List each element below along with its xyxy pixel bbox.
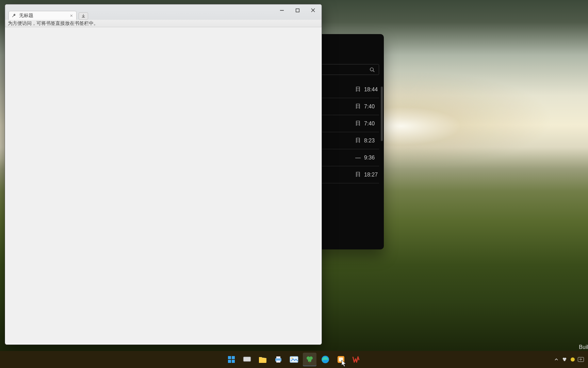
taskview-button[interactable]	[240, 353, 254, 366]
clover-icon	[305, 355, 314, 364]
close-button[interactable]	[305, 5, 321, 15]
list-sep: 日	[355, 120, 361, 127]
taskbar-printer[interactable]	[272, 353, 285, 366]
list-sep: 日	[355, 103, 361, 110]
window-controls	[274, 5, 321, 15]
svg-text:中: 中	[579, 358, 582, 361]
svg-rect-7	[232, 356, 235, 359]
maximize-button[interactable]	[290, 5, 305, 15]
build-watermark: Buil	[579, 344, 588, 350]
list-time: 7:40	[364, 104, 379, 110]
download-icon	[81, 14, 85, 18]
list-sep: 日	[355, 171, 361, 178]
svg-point-26	[564, 359, 566, 361]
svg-point-16	[291, 357, 293, 359]
tab-title: 无标题	[19, 13, 33, 19]
taskbar-wps[interactable]	[350, 353, 363, 366]
svg-line-1	[373, 71, 374, 72]
search-icon	[370, 67, 375, 72]
bookmarks-bar[interactable]: 为方便访问，可将书签直接放在书签栏中。	[5, 20, 322, 27]
wrench-icon	[12, 13, 16, 18]
taskbar-photos[interactable]	[287, 353, 301, 366]
svg-point-27	[571, 357, 575, 362]
tray-ime[interactable]: 中	[577, 354, 585, 365]
taskbar: 中	[0, 351, 588, 368]
svg-point-0	[370, 67, 373, 71]
clover-window: 无标题 × 为方便访问，可将书签直接放在书签栏中。	[5, 4, 322, 345]
tab-untitled[interactable]: 无标题 ×	[9, 11, 77, 20]
chevron-up-icon	[554, 357, 558, 362]
scrollbar[interactable]	[381, 87, 383, 141]
list-time: 18:27	[364, 172, 379, 178]
list-sep: 日	[355, 86, 361, 93]
ime-icon: 中	[578, 357, 584, 362]
status-dot-icon	[570, 357, 575, 362]
mouse-cursor	[341, 360, 347, 367]
printer-icon	[274, 355, 283, 364]
svg-rect-14	[276, 361, 280, 363]
clover-small-icon	[562, 357, 567, 362]
tray-overflow[interactable]	[553, 354, 560, 365]
list-sep: 日	[355, 137, 361, 144]
svg-rect-3	[296, 9, 299, 12]
minimize-button[interactable]	[274, 5, 290, 15]
svg-rect-6	[228, 356, 231, 359]
taskbar-clover[interactable]	[303, 353, 316, 366]
list-time: 8:23	[364, 138, 379, 144]
svg-rect-13	[276, 356, 280, 358]
wps-icon	[352, 355, 361, 364]
taskbar-file-explorer[interactable]	[256, 353, 270, 366]
start-button[interactable]	[225, 353, 238, 366]
picture-icon	[290, 355, 298, 364]
edge-icon	[321, 355, 330, 364]
windows-logo-icon	[227, 355, 236, 364]
bookmarks-hint: 为方便访问，可将书签直接放在书签栏中。	[8, 20, 98, 26]
folder-icon	[258, 355, 267, 364]
taskbar-edge[interactable]	[318, 353, 332, 366]
svg-rect-20	[309, 361, 310, 363]
tab-close-icon[interactable]: ×	[70, 13, 73, 18]
svg-rect-9	[232, 360, 235, 363]
list-time: 7:40	[364, 121, 379, 127]
list-time: 18:44	[364, 87, 379, 93]
svg-rect-10	[243, 357, 251, 362]
list-sep: —	[355, 155, 361, 161]
tray-clover[interactable]	[561, 354, 568, 365]
svg-rect-8	[228, 360, 231, 363]
clover-content-area	[6, 27, 321, 344]
taskview-icon	[243, 355, 251, 364]
taskbar-systray: 中	[553, 354, 585, 365]
new-tab-button[interactable]	[79, 12, 88, 20]
tray-status[interactable]	[569, 354, 576, 365]
list-time: 9:36	[364, 155, 379, 161]
